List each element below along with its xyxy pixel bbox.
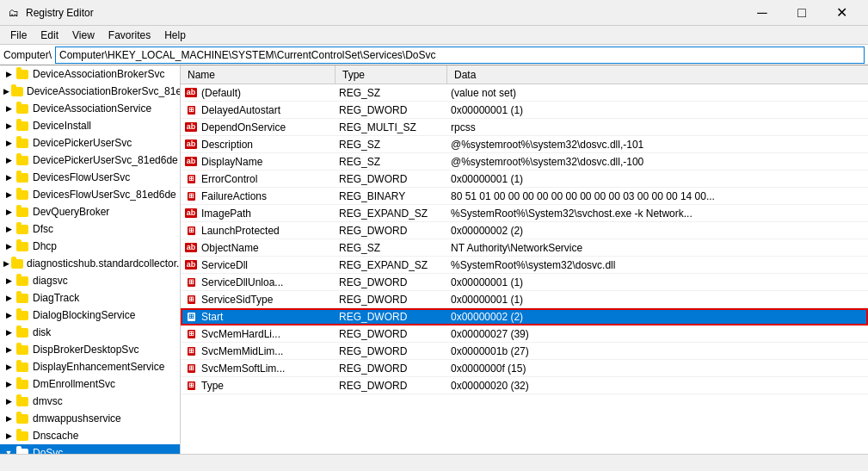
expand-icon[interactable]: ▶ [3, 241, 14, 251]
table-row[interactable]: ⊞TypeREG_DWORD0x00000020 (32) [181, 377, 868, 394]
reg-icon: ab [184, 207, 198, 220]
tree-item[interactable]: ▶DeviceAssociationBrokerSvc_81ed6 [0, 83, 180, 100]
tree-item[interactable]: ▶DmEnrollmentSvc [0, 375, 180, 393]
name-text: ServiceDll [201, 259, 248, 271]
table-row[interactable]: ⊞StartREG_DWORD0x00000002 (2) [181, 308, 868, 325]
close-button[interactable]: ✕ [822, 0, 861, 26]
table-row[interactable]: abDisplayNameREG_SZ@%systemroot%\system3… [181, 153, 868, 170]
expand-icon[interactable]: ▶ [3, 258, 9, 269]
reg-icon: ⊞ [184, 310, 198, 324]
expand-icon[interactable]: ▶ [3, 86, 9, 96]
table-row[interactable]: abImagePathREG_EXPAND_SZ%SystemRoot%\Sys… [181, 205, 868, 222]
folder-icon [15, 67, 29, 81]
tree-item[interactable]: ▶DialogBlockingService [0, 307, 180, 324]
tree-panel[interactable]: ▶DeviceAssociationBrokerSvc▶DeviceAssoci… [0, 65, 181, 454]
table-row[interactable]: ⊞ServiceSidTypeREG_DWORD0x00000001 (1) [181, 291, 868, 308]
tree-item[interactable]: ▶diagsvc [0, 272, 180, 289]
table-row[interactable]: ab(Default)REG_SZ(value not set) [181, 84, 868, 102]
title-bar: 🗂 Registry Editor ─ □ ✕ [0, 0, 868, 26]
expand-icon[interactable]: ▶ [3, 189, 14, 200]
maximize-button[interactable]: □ [782, 0, 822, 26]
header-name[interactable]: Name [181, 65, 336, 84]
tree-item[interactable]: ▶DevicePickerUserSvc [0, 134, 180, 152]
expand-icon[interactable]: ▶ [3, 396, 14, 406]
cell-name: ⊞Type [181, 377, 336, 394]
tree-item[interactable]: ▶DispBrokerDesktopSvc [0, 341, 180, 358]
expand-icon[interactable]: ▶ [3, 224, 14, 234]
expand-icon[interactable]: ▶ [3, 155, 14, 165]
expand-icon[interactable]: ▶ [3, 276, 14, 286]
expand-icon[interactable]: ▶ [3, 379, 14, 389]
tree-item[interactable]: ▼DoSvc [0, 444, 180, 454]
tree-item[interactable]: ▶DeviceInstall [0, 117, 180, 134]
table-row[interactable]: ⊞ServiceDllUnloa...REG_DWORD0x00000001 (… [181, 274, 868, 291]
tree-item[interactable]: ▶DevicesFlowUserSvc [0, 169, 180, 186]
expand-icon[interactable]: ▶ [3, 431, 14, 441]
expand-icon[interactable]: ▶ [3, 121, 14, 131]
expand-icon[interactable]: ▶ [3, 344, 14, 355]
menu-item-view[interactable]: View [65, 28, 102, 43]
cell-data: 0x0000000f (15) [447, 360, 868, 377]
folder-icon [15, 136, 29, 150]
menu-item-edit[interactable]: Edit [34, 28, 65, 43]
name-text: ImagePath [201, 208, 251, 220]
reg-icon: ab [184, 138, 198, 152]
expand-icon[interactable]: ▶ [3, 310, 14, 320]
expand-icon[interactable]: ▶ [3, 172, 14, 183]
tree-item[interactable]: ▶disk [0, 324, 180, 341]
table-row[interactable]: ⊞ErrorControlREG_DWORD0x00000001 (1) [181, 170, 868, 188]
header-data[interactable]: Data [447, 65, 868, 84]
reg-icon: ⊞ [184, 293, 198, 307]
expand-icon[interactable]: ▶ [3, 327, 14, 338]
expand-icon[interactable]: ▶ [3, 69, 14, 79]
name-text: ServiceDllUnloa... [201, 276, 283, 288]
tree-item[interactable]: ▶diagnosticshub.standardcollector.s [0, 255, 180, 272]
tree-item[interactable]: ▶Dnscache [0, 427, 180, 444]
tree-item[interactable]: ▶DevicePickerUserSvc_81ed6de [0, 152, 180, 169]
tree-item-label: diagnosticshub.standardcollector.s [27, 257, 181, 270]
tree-item[interactable]: ▶Dfsc [0, 220, 180, 238]
menu-item-file[interactable]: File [3, 28, 34, 43]
expand-icon[interactable]: ▶ [3, 293, 14, 303]
expand-icon[interactable]: ▶ [3, 138, 14, 148]
address-input[interactable] [55, 46, 865, 64]
menu-item-favorites[interactable]: Favorites [102, 28, 157, 43]
tree-item[interactable]: ▶DeviceAssociationService [0, 100, 180, 117]
header-type[interactable]: Type [336, 65, 447, 84]
expand-icon[interactable]: ▼ [3, 448, 14, 454]
expand-icon[interactable]: ▶ [3, 103, 14, 114]
expand-icon[interactable]: ▶ [3, 207, 14, 217]
table-row[interactable]: ⊞LaunchProtectedREG_DWORD0x00000002 (2) [181, 222, 868, 239]
tree-item[interactable]: ▶DevicesFlowUserSvc_81ed6de [0, 186, 180, 203]
folder-icon [15, 325, 29, 339]
cell-data: @%systemroot%\system32\dosvc.dll,-100 [447, 153, 868, 170]
expand-icon[interactable]: ▶ [3, 362, 14, 372]
table-row[interactable]: abObjectNameREG_SZNT Authority\NetworkSe… [181, 239, 868, 257]
tree-item[interactable]: ▶DeviceAssociationBrokerSvc [0, 65, 180, 83]
cell-type: REG_BINARY [336, 188, 447, 205]
expand-icon[interactable]: ▶ [3, 413, 14, 424]
table-row[interactable]: ⊞FailureActionsREG_BINARY80 51 01 00 00 … [181, 188, 868, 205]
tree-item[interactable]: ▶Dhcp [0, 238, 180, 255]
table-row[interactable]: ⊞SvcMemSoftLim...REG_DWORD0x0000000f (15… [181, 360, 868, 377]
table-row[interactable]: abDependOnServiceREG_MULTI_SZrpcss [181, 119, 868, 136]
tree-item[interactable]: ▶DevQueryBroker [0, 203, 180, 220]
table-row[interactable]: ⊞SvcMemMidLim...REG_DWORD0x0000001b (27) [181, 343, 868, 360]
reg-icon: ⊞ [184, 172, 198, 186]
table-row[interactable]: ⊞SvcMemHardLi...REG_DWORD0x00000027 (39) [181, 325, 868, 343]
table-row[interactable]: ⊞DelayedAutostartREG_DWORD0x00000001 (1) [181, 102, 868, 119]
cell-data: 0x00000002 (2) [447, 222, 868, 239]
table-body[interactable]: ab(Default)REG_SZ(value not set)⊞Delayed… [181, 84, 868, 454]
tree-item[interactable]: ▶dmvsc [0, 393, 180, 410]
cell-data: 0x0000001b (27) [447, 343, 868, 360]
tree-item[interactable]: ▶dmwappushservice [0, 410, 180, 427]
folder-icon [15, 412, 29, 425]
reg-icon: ab [184, 86, 198, 100]
tree-item[interactable]: ▶DiagTrack [0, 289, 180, 307]
menu-item-help[interactable]: Help [157, 28, 193, 43]
table-row[interactable]: abDescriptionREG_SZ@%systemroot%\system3… [181, 136, 868, 153]
minimize-button[interactable]: ─ [742, 0, 782, 26]
tree-item[interactable]: ▶DisplayEnhancementService [0, 358, 180, 375]
table-row[interactable]: abServiceDllREG_EXPAND_SZ%SystemRoot%\sy… [181, 257, 868, 274]
reg-icon: ⊞ [184, 379, 198, 393]
